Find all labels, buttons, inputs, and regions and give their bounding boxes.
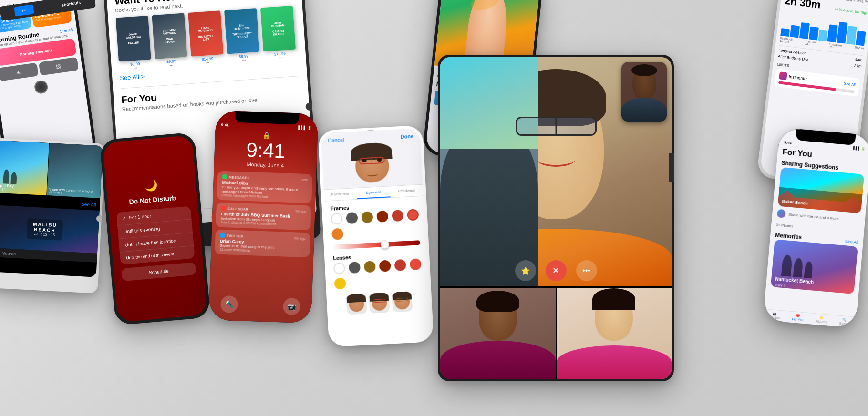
lens-swatch-red[interactable]	[394, 259, 406, 271]
notification-messages[interactable]: Messages now Michael Dibs I'll see you b…	[217, 171, 312, 203]
after-bedtime-val: 21m	[854, 63, 862, 69]
photos-tab-albums[interactable]: 📁Albums	[816, 315, 827, 324]
gallery-shortcut[interactable]: 🖼	[38, 57, 79, 76]
photo-count: 23 Photos	[776, 223, 794, 228]
book-item[interactable]: ElinHilderbrandTHE PERFECTCOUPLE $9.99 •…	[224, 8, 260, 63]
book-item[interactable]: VICTORIAAVEYARDWARSTORM $9.99 •••	[152, 13, 188, 68]
ipad-photos: Napili Bay Mar 10 Share with Lynne and 4…	[0, 138, 105, 294]
photo-malibu[interactable]: MALIBUBEACH APR 13 - 15	[0, 205, 100, 254]
foryou-signal: ▌▌▌ 🔋	[853, 146, 866, 152]
lens-swatch-yellow[interactable]	[334, 277, 346, 289]
iphone-lock-screen: 9:41 ▌▌▌ 🔋 🔒 9:41 Monday, June 4 Message…	[208, 110, 318, 323]
nantucket-date: MAY 5	[775, 283, 786, 288]
instagram-limit-label: Instagram	[788, 74, 808, 81]
photos-tab-search[interactable]: 🔍Search	[839, 318, 850, 326]
lock-camera[interactable]: 📷	[283, 298, 300, 315]
share-avatar	[777, 209, 786, 218]
photo-cell-right[interactable]: Share with Lynne and 4 more 47 Photos	[47, 143, 103, 198]
iphone-photos-foryou: 9:41 ▌▌▌ 🔋 For You Sharing Suggestions B…	[763, 127, 868, 328]
grid-shortcut[interactable]: ⊞	[0, 63, 38, 81]
memoji-variant-1[interactable]	[346, 294, 367, 315]
ipad-facetime: ⭐ ✕ •••	[438, 55, 674, 381]
lock-time: 9:41	[214, 137, 318, 163]
notification-twitter[interactable]: Twitter 6m ago Brian Carey Sweet stuff, …	[215, 230, 310, 258]
nantucket-card[interactable]: Nantucket Beach MAY 5	[771, 239, 858, 294]
swatch-brown[interactable]	[361, 211, 373, 223]
notification-calendar[interactable]: Calendar 3m ago Fourth of July BBQ Summe…	[216, 203, 311, 231]
swatch-orange[interactable]	[331, 228, 343, 240]
book-item[interactable]: DAVIDBALDACCIFALLEN $3.99 •••	[116, 16, 152, 71]
memoji-variant-2[interactable]	[369, 293, 390, 314]
lock-flashlight[interactable]: 🔦	[220, 295, 238, 313]
memoji-cancel-btn[interactable]: Cancel	[328, 137, 344, 143]
photo-cell-napili[interactable]: Napili Bay Mar 10	[0, 140, 49, 195]
lens-swatch-dark-red[interactable]	[379, 260, 391, 272]
facetime-main-left-person	[440, 57, 538, 286]
memories-see-all[interactable]: See All	[845, 239, 858, 244]
memoji-variant-3[interactable]	[392, 291, 413, 312]
dnd-menu: ✓ For 1 hour Until this evening Until I …	[116, 206, 195, 264]
facetime-btn-more[interactable]: •••	[576, 260, 597, 281]
memoji-preview-area	[321, 142, 423, 190]
tab-headwear[interactable]: Headwear	[390, 185, 423, 198]
photos-search-input[interactable]: Search	[2, 251, 16, 256]
memoji-done-btn[interactable]: Done	[400, 133, 413, 140]
facetime-btn-star[interactable]: ⭐	[515, 260, 536, 281]
longest-session-val: 48m	[855, 57, 863, 62]
dnd-moon-icon: 🌙	[145, 179, 158, 193]
tab-eyewear[interactable]: Eyewear	[357, 186, 390, 199]
swatch-gray[interactable]	[346, 212, 358, 224]
book-item[interactable]: JohnGRISHAMCAMINOISLAND $11.99 •••	[260, 6, 297, 61]
screen-time-change: +2% above average	[834, 7, 868, 15]
iphone-dnd: 🌙 Do Not Disturb ✓ For 1 hour Until this…	[99, 132, 210, 325]
facetime-btn-end[interactable]: ✕	[546, 260, 567, 281]
shortcuts-top-bar-label: shortcuts	[61, 0, 81, 8]
photos-see-all[interactable]: See All	[81, 202, 96, 208]
facetime-participant-4	[557, 288, 672, 379]
photos-tab-photos[interactable]: 📷Photos	[769, 312, 780, 320]
share-with-label: Share with Karina and 4 more	[788, 212, 839, 221]
iphone-memoji: Cancel Done	[318, 125, 434, 347]
dnd-schedule[interactable]: Schedule	[121, 262, 196, 281]
dnd-title: Do Not Disturb	[129, 193, 176, 205]
tab-facial-hair[interactable]: Facial Hair	[324, 188, 357, 201]
facetime-participant-3	[440, 288, 556, 379]
swatch-transparent[interactable]	[331, 213, 342, 225]
instagram-limit-see-all[interactable]: See All	[844, 81, 856, 87]
swatch-dark-red[interactable]	[376, 211, 388, 223]
photos-tab-for-you[interactable]: ❤️For You	[792, 314, 804, 322]
lens-swatch-transparent[interactable]	[333, 262, 345, 274]
baker-beach-card[interactable]: Baker Beach	[778, 167, 864, 213]
lens-swatch-gray[interactable]	[349, 262, 361, 274]
facetime-pip[interactable]	[621, 62, 667, 122]
swatch-red2[interactable]	[407, 209, 419, 221]
lens-swatch-brown[interactable]	[364, 261, 376, 273]
foryou-status-time: 9:41	[784, 140, 792, 145]
screen-time-total: 2h 30m	[784, 0, 821, 11]
lens-swatch-red2[interactable]	[410, 258, 422, 270]
swatch-red1[interactable]	[392, 210, 403, 222]
book-item[interactable]: LIANEMORIARTYBIG LITTLELIES $14.99 •••	[188, 10, 224, 65]
